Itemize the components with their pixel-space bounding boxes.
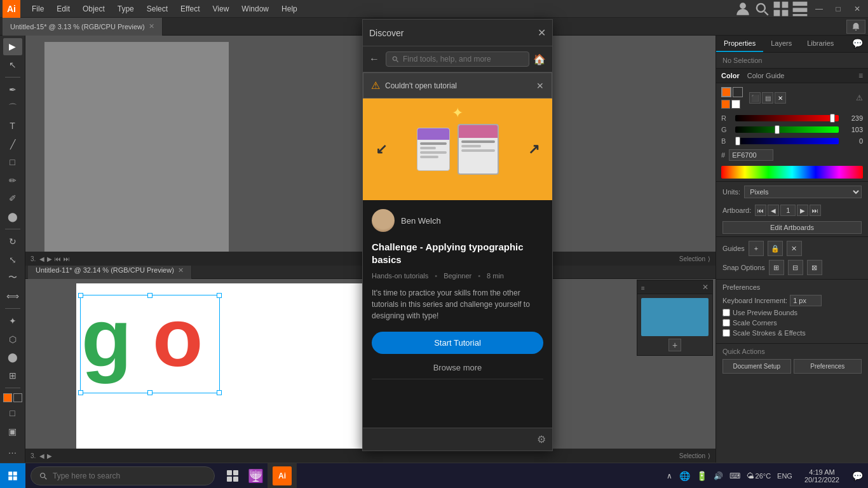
browse-more-link[interactable]: Browse more <box>372 363 543 372</box>
discover-home-btn[interactable]: 🏠 <box>533 53 546 65</box>
draw-normal-mode[interactable]: □ <box>3 405 22 422</box>
hex-input[interactable] <box>729 149 773 161</box>
r-slider-thumb[interactable] <box>830 114 835 123</box>
color-spectrum[interactable] <box>721 166 863 179</box>
notification-btn[interactable] <box>846 20 865 34</box>
document-tab-1[interactable]: Untitled-15* @ 3.13 % (RGB/CPU Preview) … <box>3 18 163 36</box>
edit-artboards-btn[interactable]: Edit Artboards <box>722 221 862 234</box>
close-icon[interactable]: ✕ <box>849 1 865 17</box>
handle-tm[interactable] <box>147 293 153 298</box>
account-icon[interactable] <box>735 1 751 17</box>
preferences-btn[interactable]: Preferences <box>794 359 862 374</box>
none-mode-btn[interactable]: ✕ <box>775 92 786 104</box>
layout-icon[interactable] <box>773 1 789 17</box>
units-select[interactable]: Pixels <box>744 186 862 198</box>
menu-window[interactable]: Window <box>235 2 275 16</box>
scroll-left-1[interactable]: ◀ <box>39 255 44 262</box>
color-mode-btn[interactable]: ⬛ <box>749 92 761 104</box>
snap-btn-1[interactable]: ⊞ <box>769 260 784 275</box>
scroll-end-1[interactable]: ⏮ <box>55 255 61 262</box>
tab-properties[interactable]: Properties <box>716 36 763 52</box>
handle-br[interactable] <box>217 390 222 395</box>
tab-close-2[interactable]: ✕ <box>178 266 184 274</box>
discover-search-wrapper[interactable] <box>386 51 529 67</box>
panel-icon[interactable] <box>792 1 808 17</box>
keyboard-icon[interactable]: ⌨ <box>728 471 742 480</box>
snap-btn-2[interactable]: ⊟ <box>788 260 803 275</box>
handle-tr[interactable] <box>217 293 222 298</box>
mini-add-btn[interactable]: + <box>641 339 709 351</box>
change-screen-mode[interactable]: ▣ <box>3 423 22 440</box>
error-close-btn[interactable]: ✕ <box>536 81 544 91</box>
selection-tool[interactable]: ▶ <box>3 38 22 55</box>
blend-tool[interactable]: ⬡ <box>3 330 22 348</box>
curvature-tool[interactable]: ⌒ <box>3 99 22 116</box>
stroke-swatch[interactable] <box>13 393 22 402</box>
discover-settings-icon[interactable]: ⚙ <box>537 433 546 445</box>
discover-back-btn[interactable]: ← <box>369 53 379 65</box>
tab-layers[interactable]: Layers <box>763 36 799 52</box>
artboard-first[interactable]: ⏮ <box>755 205 766 216</box>
menu-edit[interactable]: Edit <box>50 2 76 16</box>
scroll-controls-1[interactable]: ◀ ▶ ⏮ ⏭ <box>38 255 71 262</box>
notification-center-btn[interactable]: 💬 <box>850 471 865 481</box>
artboard-prev[interactable]: ◀ <box>768 205 779 216</box>
pencil-tool[interactable]: ✐ <box>3 190 22 207</box>
menu-file[interactable]: File <box>25 2 50 16</box>
menu-help[interactable]: Help <box>275 2 304 16</box>
scale-corners-checkbox[interactable] <box>722 319 730 327</box>
secondary-swatch[interactable] <box>721 100 730 109</box>
artboard-number[interactable] <box>780 205 796 216</box>
snap-btn-3[interactable]: ⊠ <box>807 260 822 275</box>
scroll-right-2[interactable]: ▶ <box>47 452 52 459</box>
color-guide-tab[interactable]: Color Guide <box>747 72 785 79</box>
close-float-icon[interactable]: ✕ <box>702 283 709 292</box>
language-indicator[interactable]: ENG <box>775 472 794 480</box>
color-panel-menu-icon[interactable]: ≡ <box>858 71 863 80</box>
ai-taskbar-icon[interactable]: Ai <box>268 463 297 489</box>
tab-close-1[interactable]: ✕ <box>149 22 154 30</box>
taskbar-search[interactable] <box>31 466 215 485</box>
taskbar-search-input[interactable] <box>53 471 193 480</box>
scroll-expand-2[interactable]: ⟩ <box>708 452 710 459</box>
search-icon[interactable] <box>754 1 770 17</box>
guides-clear-btn[interactable]: ✕ <box>787 241 802 256</box>
menu-view[interactable]: View <box>207 2 236 16</box>
menu-effect[interactable]: Effect <box>174 2 206 16</box>
artboard-next[interactable]: ▶ <box>797 205 808 216</box>
more-tools[interactable]: … <box>3 441 22 460</box>
start-button[interactable] <box>0 463 25 489</box>
maximize-icon[interactable]: □ <box>830 1 846 17</box>
battery-icon[interactable]: 🔋 <box>695 471 709 481</box>
scroll-right-1[interactable]: ▶ <box>47 255 52 262</box>
artboard-tool[interactable]: ⊞ <box>3 367 22 384</box>
taskbar-clock[interactable]: 4:19 AM 20/12/2022 <box>797 468 847 484</box>
menu-object[interactable]: Object <box>76 2 111 16</box>
g-slider-track[interactable] <box>735 126 839 133</box>
scroll-controls-2[interactable]: ◀ ▶ <box>38 452 53 459</box>
discover-close-btn[interactable]: ✕ <box>538 27 546 39</box>
gradient-mode-btn[interactable]: ▤ <box>762 92 773 104</box>
line-tool[interactable]: ╱ <box>3 135 22 152</box>
minimize-icon[interactable]: — <box>811 1 827 17</box>
blob-brush-tool[interactable]: ⬤ <box>3 208 22 226</box>
white-swatch[interactable] <box>731 100 740 109</box>
scroll-start-1[interactable]: ⏭ <box>64 255 70 262</box>
width-tool[interactable]: ⟺ <box>3 287 22 304</box>
g-slider-thumb[interactable] <box>775 125 780 134</box>
scale-strokes-checkbox[interactable] <box>722 329 730 337</box>
show-hidden-icons-btn[interactable]: ∧ <box>664 471 675 480</box>
menu-select[interactable]: Select <box>140 2 174 16</box>
task-view-btn[interactable] <box>220 463 245 489</box>
add-icon[interactable]: + <box>668 339 681 351</box>
keyboard-increment-input[interactable] <box>790 295 822 306</box>
pen-tool[interactable]: ✒ <box>3 81 22 98</box>
weather-widget[interactable]: 🌤 26°C <box>745 471 773 480</box>
scroll-expand-1[interactable]: ⟩ <box>708 255 710 262</box>
menu-type[interactable]: Type <box>111 2 140 16</box>
artboard-last[interactable]: ⏭ <box>810 205 821 216</box>
direct-selection-tool[interactable]: ↖ <box>3 57 22 74</box>
use-preview-bounds-checkbox[interactable] <box>722 309 730 316</box>
b-slider-track[interactable] <box>735 138 839 144</box>
guides-add-btn[interactable]: + <box>749 241 764 256</box>
